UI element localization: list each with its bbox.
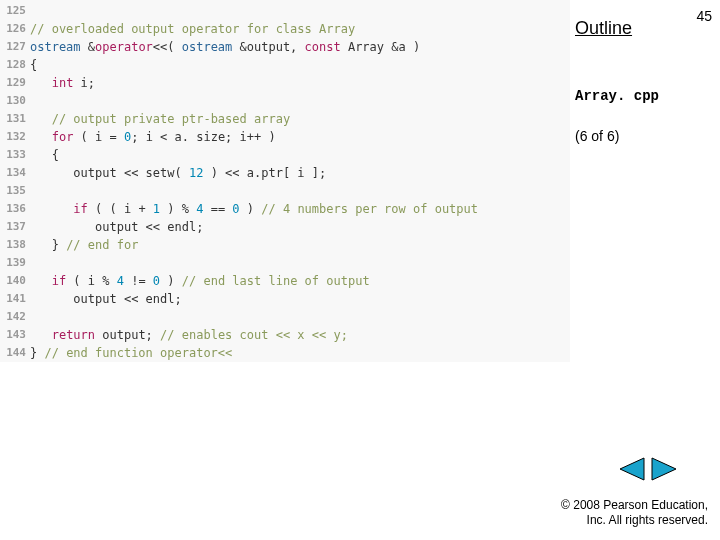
line-number: 142 [0, 308, 30, 326]
line-number: 138 [0, 236, 30, 254]
code-content: // output private ptr-based array [30, 110, 290, 128]
code-line: 128{ [0, 56, 570, 74]
line-number: 127 [0, 38, 30, 56]
code-content: if ( ( i + 1 ) % 4 == 0 ) // 4 numbers p… [30, 200, 478, 218]
code-line: 132 for ( i = 0; i < a. size; i++ ) [0, 128, 570, 146]
copyright: © 2008 Pearson Education, Inc. All right… [561, 498, 708, 528]
code-line: 125 [0, 2, 570, 20]
sidebar: Outline [575, 0, 720, 39]
code-content: } // end for [30, 236, 138, 254]
line-number: 133 [0, 146, 30, 164]
code-content: if ( i % 4 != 0 ) // end last line of ou… [30, 272, 370, 290]
line-number: 141 [0, 290, 30, 308]
code-content: return output; // enables cout << x << y… [30, 326, 348, 344]
code-content: for ( i = 0; i < a. size; i++ ) [30, 128, 276, 146]
next-arrow-icon[interactable] [650, 456, 680, 482]
line-number: 129 [0, 74, 30, 92]
code-line: 138 } // end for [0, 236, 570, 254]
copyright-line: Inc. All rights reserved. [561, 513, 708, 528]
code-line: 141 output << endl; [0, 290, 570, 308]
line-number: 139 [0, 254, 30, 272]
code-line: 135 [0, 182, 570, 200]
code-line: 142 [0, 308, 570, 326]
code-content: { [30, 146, 59, 164]
code-line: 144} // end function operator<< [0, 344, 570, 362]
line-number: 143 [0, 326, 30, 344]
code-content: output << endl; [30, 218, 203, 236]
line-number: 134 [0, 164, 30, 182]
line-number: 130 [0, 92, 30, 110]
line-number: 131 [0, 110, 30, 128]
code-listing: 125126// overloaded output operator for … [0, 0, 570, 362]
code-line: 126// overloaded output operator for cla… [0, 20, 570, 38]
prev-arrow-icon[interactable] [616, 456, 646, 482]
code-line: 133 { [0, 146, 570, 164]
source-filename: Array. cpp [575, 88, 659, 104]
line-number: 132 [0, 128, 30, 146]
line-number: 140 [0, 272, 30, 290]
code-content: output << setw( 12 ) << a.ptr[ i ]; [30, 164, 326, 182]
svg-marker-0 [620, 458, 644, 480]
code-line: 136 if ( ( i + 1 ) % 4 == 0 ) // 4 numbe… [0, 200, 570, 218]
line-number: 144 [0, 344, 30, 362]
line-number: 126 [0, 20, 30, 38]
code-line: 131 // output private ptr-based array [0, 110, 570, 128]
code-content: { [30, 56, 37, 74]
line-number: 125 [0, 2, 30, 20]
outline-heading: Outline [575, 18, 720, 39]
code-content: ostream &operator<<( ostream &output, co… [30, 38, 420, 56]
nav-arrows [616, 456, 680, 486]
code-content: } // end function operator<< [30, 344, 232, 362]
code-line: 130 [0, 92, 570, 110]
code-line: 127ostream &operator<<( ostream &output,… [0, 38, 570, 56]
code-line: 137 output << endl; [0, 218, 570, 236]
svg-marker-1 [652, 458, 676, 480]
line-number: 137 [0, 218, 30, 236]
code-line: 140 if ( i % 4 != 0 ) // end last line o… [0, 272, 570, 290]
line-number: 128 [0, 56, 30, 74]
code-content: int i; [30, 74, 95, 92]
line-number: 135 [0, 182, 30, 200]
code-line: 143 return output; // enables cout << x … [0, 326, 570, 344]
page-of-pages: (6 of 6) [575, 128, 619, 144]
code-line: 139 [0, 254, 570, 272]
code-line: 129 int i; [0, 74, 570, 92]
code-content: // overloaded output operator for class … [30, 20, 355, 38]
copyright-line: © 2008 Pearson Education, [561, 498, 708, 513]
line-number: 136 [0, 200, 30, 218]
code-content: output << endl; [30, 290, 182, 308]
code-line: 134 output << setw( 12 ) << a.ptr[ i ]; [0, 164, 570, 182]
